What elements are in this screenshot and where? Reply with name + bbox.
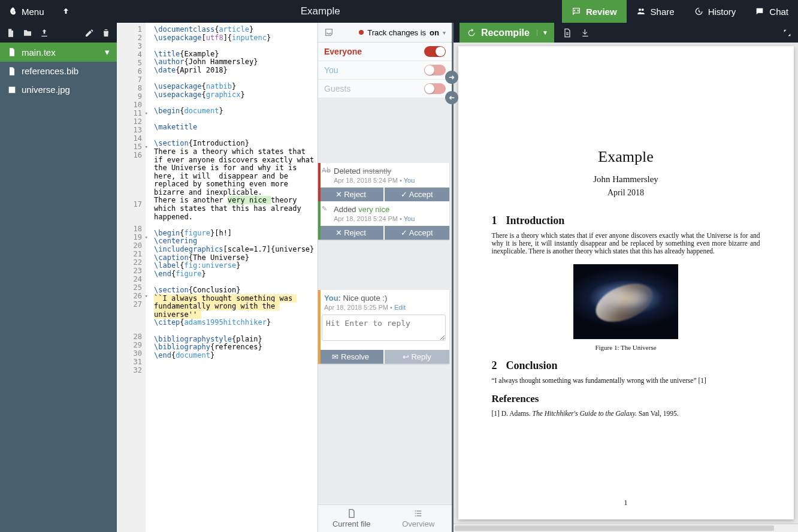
chevron-down-icon: ▾: [443, 29, 446, 36]
tab-overview[interactable]: Overview: [385, 505, 452, 532]
reply-input[interactable]: [322, 315, 446, 341]
file-item-main-tex[interactable]: main.tex▾: [0, 43, 117, 62]
pdf-title: Example: [492, 148, 760, 166]
pdf-reference: [1] D. Adams. The Hitchhiker's Guide to …: [492, 410, 760, 417]
pdf-page: Example John Hammersley April 2018 1Intr…: [458, 46, 794, 519]
file-item-references-bib[interactable]: references.bib: [0, 62, 117, 80]
chat-button[interactable]: Chat: [745, 0, 798, 23]
download-icon[interactable]: [581, 28, 590, 38]
new-folder-icon[interactable]: [23, 28, 32, 38]
universe-image: [573, 264, 678, 339]
overleaf-logo-icon: [8, 7, 18, 16]
file-item-universe-jpg[interactable]: universe.jpg: [0, 80, 117, 99]
recompile-dropdown[interactable]: ▼: [537, 29, 548, 36]
reject-button[interactable]: ✕ Reject: [318, 188, 383, 201]
review-icon: [572, 7, 581, 16]
track-dot-icon: [359, 30, 364, 35]
history-icon: [694, 7, 703, 16]
delete-icon[interactable]: [101, 28, 111, 38]
tab-current-file[interactable]: Current file: [318, 505, 385, 532]
file-icon: [7, 66, 17, 76]
share-icon: [636, 7, 646, 16]
pdf-horizontal-scrollbar[interactable]: [454, 524, 798, 532]
up-button[interactable]: [53, 7, 79, 16]
file-panel: main.tex▾references.bibuniverse.jpg: [0, 23, 117, 532]
toggle-guests-switch[interactable]: [424, 83, 446, 94]
rename-icon[interactable]: [84, 28, 94, 38]
accept-button[interactable]: ✓ Accept: [385, 188, 450, 201]
file-icon: [347, 509, 356, 518]
comment-card: You: Nice quote :)Apr 18, 2018 5:25 PM •…: [318, 290, 449, 364]
up-arrow-icon: [61, 7, 71, 16]
file-toolbar: [0, 23, 117, 43]
review-button[interactable]: Review: [562, 0, 627, 23]
file-name: main.tex: [22, 47, 56, 58]
share-button[interactable]: Share: [627, 0, 684, 23]
logs-icon[interactable]: [563, 28, 572, 38]
toggle-you-switch[interactable]: [424, 65, 446, 75]
pdf-viewport[interactable]: Example John Hammersley April 2018 1Intr…: [454, 43, 798, 524]
line-gutter: 1234567891011121314151617181920212223242…: [117, 23, 146, 532]
expand-icon[interactable]: [782, 28, 792, 38]
recompile-button[interactable]: Recompile ▼: [460, 23, 554, 43]
resolve-button[interactable]: ✉ Resolve: [318, 350, 383, 364]
file-code-icon: [7, 47, 17, 57]
menu-label: Menu: [22, 7, 44, 17]
change-card-deleted: A̶b̶Deleted instantlyApr 18, 2018 5:24 P…: [318, 163, 449, 201]
toggle-guests: Guests: [318, 80, 452, 98]
file-name: universe.jpg: [22, 84, 70, 95]
pane-arrow-right[interactable]: ➜: [445, 71, 458, 84]
editor-panel: 1234567891011121314151617181920212223242…: [117, 23, 318, 532]
project-title: Example: [79, 0, 562, 23]
pdf-panel: Recompile ▼ Example John Hammersley Apri…: [452, 23, 798, 532]
pdf-date: April 2018: [492, 188, 760, 198]
pane-arrow-left[interactable]: ➜: [445, 91, 458, 104]
history-button[interactable]: History: [684, 0, 746, 23]
image-icon: [7, 85, 17, 95]
toggle-everyone: Everyone: [318, 43, 452, 61]
pencil-icon: ✎: [322, 205, 331, 214]
strike-icon: A̶b̶: [322, 167, 331, 176]
chevron-down-icon: ▾: [105, 47, 110, 58]
upload-icon[interactable]: [40, 28, 49, 38]
list-icon: [413, 509, 423, 518]
track-changes-status[interactable]: Track changes is on ▾: [359, 28, 446, 37]
change-card-added: ✎Added very niceApr 18, 2018 5:24 PM • Y…: [318, 201, 449, 240]
refresh-icon: [467, 28, 476, 38]
toggle-everyone-switch[interactable]: [424, 46, 446, 57]
pdf-author: John Hammersley: [492, 174, 760, 185]
top-bar: Menu Example Review Share History Chat: [0, 0, 798, 23]
reply-button[interactable]: ↩ Reply: [385, 350, 450, 364]
review-panel: Track changes is on ▾ Everyone You Guest…: [318, 23, 452, 532]
new-file-icon[interactable]: [6, 28, 16, 38]
inbox-icon[interactable]: [324, 28, 334, 37]
chat-icon: [755, 7, 764, 16]
reject-button[interactable]: ✕ Reject: [318, 226, 383, 240]
menu-button[interactable]: Menu: [0, 7, 53, 17]
toggle-you: You: [318, 61, 452, 80]
code-editor[interactable]: \documentclass{article}\usepackage[utf8]…: [146, 23, 318, 532]
file-name: references.bib: [22, 66, 78, 76]
pdf-figure: Figure 1: The Universe: [492, 264, 760, 351]
accept-button[interactable]: ✓ Accept: [385, 226, 450, 240]
